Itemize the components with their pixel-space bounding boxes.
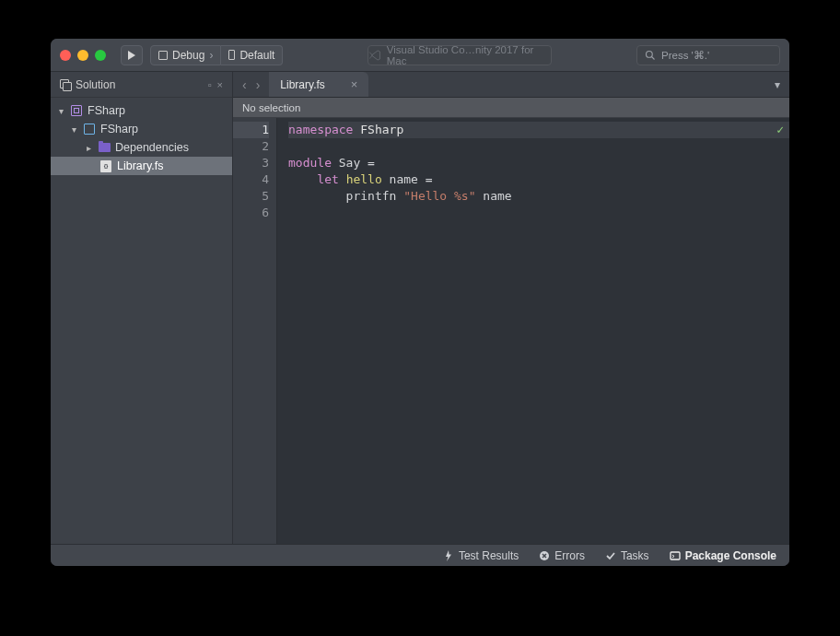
solution-icon xyxy=(71,105,82,116)
tree-project-node[interactable]: ▾ FSharp xyxy=(51,120,232,138)
check-icon xyxy=(605,550,616,561)
line-number: 2 xyxy=(233,138,269,155)
solution-panel-icon xyxy=(60,79,70,89)
package-console-button[interactable]: Package Console xyxy=(670,549,776,562)
tab-label: Library.fs xyxy=(280,78,324,91)
status-bar: Test Results Errors Tasks Package Consol… xyxy=(51,544,789,566)
solution-name: FSharp xyxy=(88,104,125,117)
code-body[interactable]: ✓ namespace FSharp module Say = let hell… xyxy=(277,118,789,544)
line-number: 6 xyxy=(233,205,269,221)
line-number: 1 xyxy=(233,122,269,138)
app-title: Visual Studio Co…nity 2017 for Mac xyxy=(387,44,551,66)
config-label: Debug xyxy=(172,49,204,62)
solution-sidebar: Solution ▫ × ▾ FSharp ▾ FSharp ▸ xyxy=(51,72,233,544)
global-search[interactable]: Press '⌘.' xyxy=(636,45,780,65)
editor-tab[interactable]: Library.fs × xyxy=(269,72,368,97)
project-icon xyxy=(84,124,95,135)
search-icon xyxy=(645,50,656,61)
tree-dependencies-node[interactable]: ▸ Dependencies xyxy=(51,138,232,157)
target-label: Default xyxy=(239,49,274,62)
errors-button[interactable]: Errors xyxy=(539,549,585,562)
solution-tree: ▾ FSharp ▾ FSharp ▸ Dependencies {} Libr… xyxy=(51,98,232,175)
code-editor[interactable]: 1 2 3 4 5 6 ✓ namespace FSharp module Sa… xyxy=(233,118,789,544)
panel-close-button[interactable]: × xyxy=(217,79,223,90)
play-icon xyxy=(127,51,136,60)
chevron-right-icon: › xyxy=(209,49,213,62)
titlebar: Debug › Default Visual Studio Co…nity 20… xyxy=(51,39,789,72)
test-results-button[interactable]: Test Results xyxy=(443,549,519,562)
close-tab-button[interactable]: × xyxy=(351,77,358,91)
line-gutter: 1 2 3 4 5 6 xyxy=(233,118,277,544)
target-dropdown[interactable]: Default xyxy=(221,45,283,65)
minimize-window-button[interactable] xyxy=(77,50,88,61)
disclosure-triangle-icon[interactable]: ▸ xyxy=(84,143,93,153)
nav-history: ‹ › xyxy=(233,72,269,97)
workspace: Solution ▫ × ▾ FSharp ▾ FSharp ▸ xyxy=(51,72,789,544)
run-config-selector: Debug › Default xyxy=(150,45,283,65)
line-number: 4 xyxy=(233,171,269,188)
console-icon xyxy=(670,550,681,561)
folder-icon xyxy=(99,143,111,152)
code-line xyxy=(288,205,789,221)
device-icon xyxy=(228,50,235,60)
editor-tabstrip: ‹ › Library.fs × ▾ xyxy=(233,72,789,98)
code-line: namespace FSharp xyxy=(288,122,789,138)
config-dropdown[interactable]: Debug › xyxy=(150,45,221,65)
editor-breadcrumb[interactable]: No selection xyxy=(233,98,789,118)
tab-overflow-button[interactable]: ▾ xyxy=(765,72,789,97)
fsharp-file-icon: {} xyxy=(100,160,111,172)
error-icon xyxy=(539,550,550,561)
code-line: module Say = xyxy=(288,155,789,171)
dependencies-label: Dependencies xyxy=(115,141,189,154)
disclosure-triangle-icon[interactable]: ▾ xyxy=(56,106,65,116)
code-line xyxy=(288,138,789,155)
visual-studio-icon xyxy=(368,49,381,62)
config-icon xyxy=(158,51,168,60)
svg-rect-4 xyxy=(671,552,680,559)
search-placeholder: Press '⌘.' xyxy=(661,49,709,62)
nav-forward-button[interactable]: › xyxy=(252,77,264,92)
bolt-icon xyxy=(443,550,454,561)
nav-back-button[interactable]: ‹ xyxy=(239,77,251,92)
check-icon: ✓ xyxy=(776,122,784,138)
solution-panel-header: Solution ▫ × xyxy=(51,72,232,98)
solution-panel-title: Solution xyxy=(76,78,115,91)
fullscreen-window-button[interactable] xyxy=(95,50,106,61)
window-controls xyxy=(60,50,106,61)
ide-window: Debug › Default Visual Studio Co…nity 20… xyxy=(51,39,789,566)
project-name: FSharp xyxy=(100,123,138,135)
editor-area: ‹ › Library.fs × ▾ No selection 1 2 xyxy=(233,72,789,544)
tree-file-node[interactable]: {} Library.fs xyxy=(51,157,232,175)
line-number: 5 xyxy=(233,188,269,205)
tree-solution-node[interactable]: ▾ FSharp xyxy=(51,101,232,120)
line-number: 3 xyxy=(233,155,269,171)
app-title-field: Visual Studio Co…nity 2017 for Mac xyxy=(368,45,552,65)
breadcrumb-text: No selection xyxy=(242,102,300,113)
svg-marker-0 xyxy=(128,51,135,60)
code-line: let hello name = xyxy=(288,171,789,188)
panel-popout-button[interactable]: ▫ xyxy=(208,79,212,90)
close-window-button[interactable] xyxy=(60,50,71,61)
run-button[interactable] xyxy=(121,45,143,65)
svg-point-1 xyxy=(647,51,653,57)
tasks-button[interactable]: Tasks xyxy=(605,549,649,562)
file-name: Library.fs xyxy=(117,159,163,172)
code-line: printfn "Hello %s" name xyxy=(288,188,789,205)
svg-line-2 xyxy=(652,56,655,59)
disclosure-triangle-icon[interactable]: ▾ xyxy=(69,124,78,135)
